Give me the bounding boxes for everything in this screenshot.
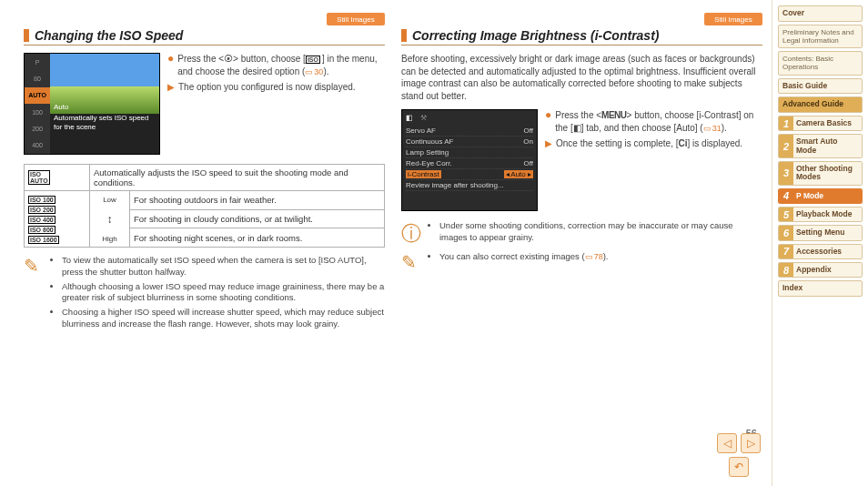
menu-row: Servo AFOff: [406, 126, 533, 137]
iso-row-1: For shooting outdoors in fair weather.: [130, 191, 385, 210]
tab-wrench-icon: ⚒: [420, 114, 427, 122]
note-item: To view the automatically set ISO speed …: [62, 255, 385, 278]
sidebar-item-number: 2: [779, 135, 793, 157]
iso-strip-item: 200: [25, 120, 50, 137]
menu-row: Review image after shooting...: [406, 180, 533, 191]
iso-strip-item: 400: [25, 137, 50, 154]
sidebar-item-cover[interactable]: Cover: [778, 5, 863, 22]
iso-row-3: For shooting night scenes, or in dark ro…: [130, 228, 385, 248]
sidebar-item-accessories[interactable]: 7Accessories: [778, 244, 863, 259]
sidebar-item-number: 6: [779, 226, 793, 239]
pencil-icon: ✎: [401, 252, 417, 272]
heading-left-text: Changing the ISO Speed: [35, 28, 183, 43]
sidebar-item-playback-mode[interactable]: 5Playback Mode: [778, 207, 863, 222]
sidebar: CoverPreliminary Notes and Legal Informa…: [772, 0, 868, 486]
sidebar-item-label: Accessories: [793, 245, 862, 258]
still-images-tag-left: Still Images: [327, 13, 385, 25]
page-ref-31[interactable]: 31: [703, 123, 722, 134]
right-column: Still Images Correcting Image Brightness…: [401, 13, 762, 481]
iso-row-2: For shooting in cloudy conditions, or at…: [130, 209, 385, 228]
right-step-2: Once the setting is complete, [Ci] is di…: [556, 137, 742, 150]
bullet-dot-icon: ●: [545, 109, 551, 134]
prev-page-button[interactable]: ◁: [717, 433, 737, 453]
menu-row: Red-Eye Corr.Off: [406, 158, 533, 169]
menu-row: Lamp Setting: [406, 147, 533, 158]
sidebar-item-label: Playback Mode: [793, 208, 862, 221]
pencil-icon: ✎: [24, 256, 39, 276]
note-right-text: You can also correct existing images (78…: [439, 251, 608, 263]
right-step-1: Press the <MENU> button, choose [i-Contr…: [555, 109, 762, 134]
heading-left: Changing the ISO Speed: [24, 25, 385, 46]
heading-accent: [401, 29, 407, 42]
next-page-button[interactable]: ▷: [741, 433, 761, 453]
bullet-dot-icon: ●: [167, 53, 174, 77]
sidebar-item-basic-guide[interactable]: Basic Guide: [778, 78, 863, 95]
sidebar-item-contents-basic-operations[interactable]: Contents: Basic Operations: [778, 51, 863, 75]
iso-auto-desc: Automatically adjusts the ISO speed to s…: [90, 165, 385, 191]
step-1-text: Press the <⦿> button, choose [ISO] in th…: [177, 53, 385, 77]
triangle-icon: ▶: [545, 137, 552, 150]
note-item: Choosing a higher ISO speed will increas…: [62, 307, 385, 330]
page-ref-30[interactable]: 30: [305, 66, 323, 77]
sidebar-item-label: Setting Menu: [793, 226, 862, 239]
iso-table: ISOAUTO Automatically adjusts the ISO sp…: [24, 164, 385, 248]
camera-lcd-iso: P80AUTO100200400 Auto Automatically sets…: [24, 53, 160, 155]
sidebar-item-label: Other Shooting Modes: [793, 162, 862, 185]
lcd-caption: Automatically sets ISO speed for the sce…: [54, 114, 156, 131]
menu-row: Continuous AFOn: [406, 137, 533, 147]
page-nav: ◁ ▷ ↶: [717, 433, 761, 477]
sidebar-index[interactable]: Index: [778, 280, 863, 297]
intro-paragraph: Before shooting, excessively bright or d…: [401, 53, 762, 102]
sidebar-item-number: 3: [779, 162, 793, 185]
sidebar-item-number: 5: [779, 208, 793, 221]
note-block-right: ✎ You can also correct existing images (…: [401, 251, 762, 273]
warning-icon: ⓘ: [401, 222, 421, 245]
iso-strip-item: AUTO: [25, 87, 50, 104]
sidebar-item-p-mode[interactable]: 4P Mode: [778, 188, 863, 204]
warning-text: Under some shooting conditions, correcti…: [439, 220, 762, 244]
sidebar-item-setting-menu[interactable]: 6Setting Menu: [778, 225, 863, 240]
camera-tab-icon: ◧: [573, 123, 581, 133]
sidebar-item-camera-basics[interactable]: 1Camera Basics: [778, 116, 863, 131]
sidebar-item-number: 4: [779, 189, 793, 203]
page-ref-78[interactable]: 78: [585, 251, 603, 262]
sidebar-item-other-shooting-modes[interactable]: 3Other Shooting Modes: [778, 161, 863, 186]
menu-row: i-Contrast◂ Auto ▸: [406, 169, 533, 180]
sidebar-item-label: Smart Auto Mode: [793, 135, 862, 157]
sidebar-item-number: 8: [779, 263, 793, 277]
iso-strip-item: P: [25, 54, 50, 70]
still-images-tag-right: Still Images: [704, 13, 762, 25]
note-block-left: ✎ To view the automatically set ISO spee…: [24, 255, 385, 333]
step-2-text: The option you configured is now display…: [178, 81, 356, 94]
sidebar-item-appendix[interactable]: 8Appendix: [778, 262, 863, 278]
sidebar-advanced-guide[interactable]: Advanced Guide: [778, 96, 863, 113]
left-column: Still Images Changing the ISO Speed P80A…: [24, 13, 385, 481]
heading-right-text: Correcting Image Brightness (i-Contrast): [412, 28, 659, 43]
tab-camera-icon: ◧: [406, 114, 413, 122]
warning-block: ⓘ Under some shooting conditions, correc…: [401, 220, 762, 248]
sidebar-item-number: 1: [779, 116, 793, 130]
iso-strip-item: 100: [25, 104, 50, 120]
sidebar-item-preliminary-notes-and-legal-information[interactable]: Preliminary Notes and Legal Information: [778, 25, 863, 48]
lcd-auto-label: Auto: [54, 103, 68, 111]
iso-values-cell: ISO 100ISO 200 ISO 400ISO 800 ISO 1600: [25, 191, 90, 248]
iso-auto-icon: ISOAUTO: [28, 170, 50, 185]
return-button[interactable]: ↶: [729, 457, 749, 477]
menu-button-glyph: MENU: [601, 110, 626, 120]
iso-strip-item: 80: [25, 70, 50, 86]
note-item: Although choosing a lower ISO speed may …: [62, 281, 385, 305]
sidebar-item-label: P Mode: [793, 189, 862, 203]
sidebar-item-label: Appendix: [793, 263, 862, 277]
sidebar-item-label: Camera Basics: [793, 116, 862, 130]
heading-right: Correcting Image Brightness (i-Contrast): [401, 25, 762, 46]
sidebar-item-number: 7: [779, 245, 793, 258]
camera-lcd-menu: ◧⚒ Servo AFOffContinuous AFOnLamp Settin…: [401, 109, 538, 211]
heading-accent: [24, 29, 29, 42]
triangle-icon: ▶: [167, 81, 175, 94]
sidebar-item-smart-auto-mode[interactable]: 2Smart Auto Mode: [778, 134, 863, 158]
low-high-scale: Low ↕ High: [94, 196, 126, 243]
